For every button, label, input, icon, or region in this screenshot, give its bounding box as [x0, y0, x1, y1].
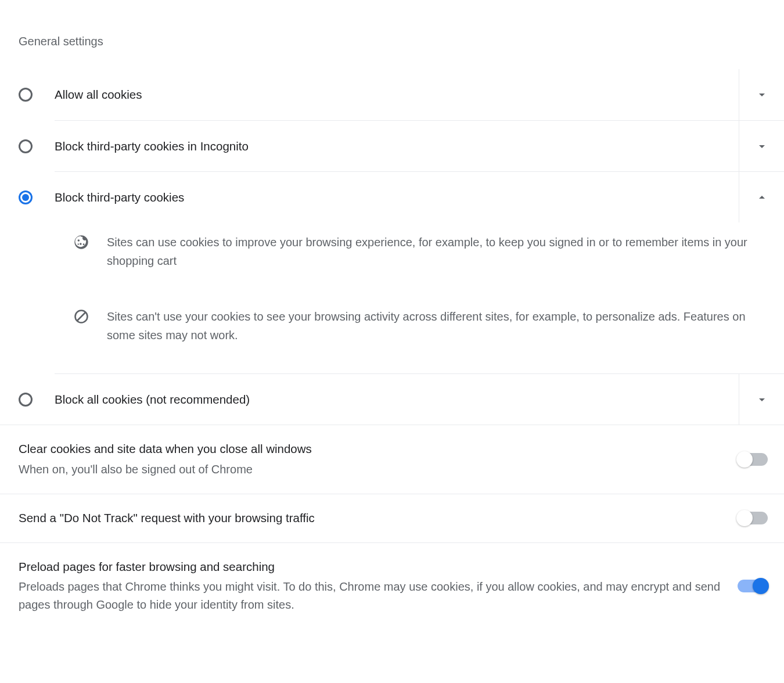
expand-button[interactable] — [739, 69, 784, 120]
radio-icon — [19, 190, 33, 204]
chevron-down-icon — [755, 139, 769, 153]
setting-subtitle: Preloads pages that Chrome thinks you mi… — [19, 578, 726, 614]
radio-icon — [19, 88, 33, 102]
radio-icon — [19, 393, 33, 407]
expand-button[interactable] — [739, 121, 784, 171]
setting-preload-pages[interactable]: Preload pages for faster browsing and se… — [0, 542, 784, 630]
setting-title: Clear cookies and site data when you clo… — [19, 440, 726, 458]
chevron-down-icon — [755, 88, 769, 102]
option-label: Block third-party cookies in Incognito — [55, 139, 249, 153]
chevron-down-icon — [755, 393, 769, 407]
toggle-switch[interactable] — [738, 512, 768, 524]
chevron-up-icon — [755, 190, 769, 204]
section-title: General settings — [0, 35, 784, 69]
setting-subtitle: When on, you'll also be signed out of Ch… — [19, 461, 726, 479]
svg-line-1 — [77, 312, 85, 321]
option-block-third-party[interactable]: Block third-party cookies — [55, 171, 784, 222]
option-block-all-cookies[interactable]: Block all cookies (not recommended) — [55, 373, 784, 425]
toggle-switch[interactable] — [738, 453, 768, 466]
cookie-options-group: Allow all cookies Block third-party cook… — [0, 69, 784, 425]
detail-item: Sites can't use your cookies to see your… — [73, 282, 761, 356]
toggle-switch[interactable] — [738, 580, 768, 592]
setting-clear-on-exit[interactable]: Clear cookies and site data when you clo… — [0, 425, 784, 494]
block-icon — [73, 308, 89, 325]
detail-text: Sites can't use your cookies to see your… — [107, 307, 761, 344]
option-detail-panel: Sites can use cookies to improve your br… — [73, 222, 784, 373]
option-block-third-party-incognito[interactable]: Block third-party cookies in Incognito — [55, 120, 784, 171]
setting-do-not-track[interactable]: Send a "Do Not Track" request with your … — [0, 494, 784, 542]
cookie-icon — [73, 234, 89, 250]
option-label: Allow all cookies — [55, 88, 142, 102]
option-label: Block third-party cookies — [55, 190, 184, 204]
option-allow-all-cookies[interactable]: Allow all cookies — [19, 69, 784, 120]
option-label: Block all cookies (not recommended) — [55, 393, 250, 407]
setting-title: Send a "Do Not Track" request with your … — [19, 509, 726, 527]
radio-icon — [19, 139, 33, 153]
detail-text: Sites can use cookies to improve your br… — [107, 233, 761, 270]
detail-item: Sites can use cookies to improve your br… — [73, 222, 761, 282]
expand-button[interactable] — [739, 374, 784, 425]
collapse-button[interactable] — [739, 172, 784, 222]
setting-title: Preload pages for faster browsing and se… — [19, 558, 726, 576]
